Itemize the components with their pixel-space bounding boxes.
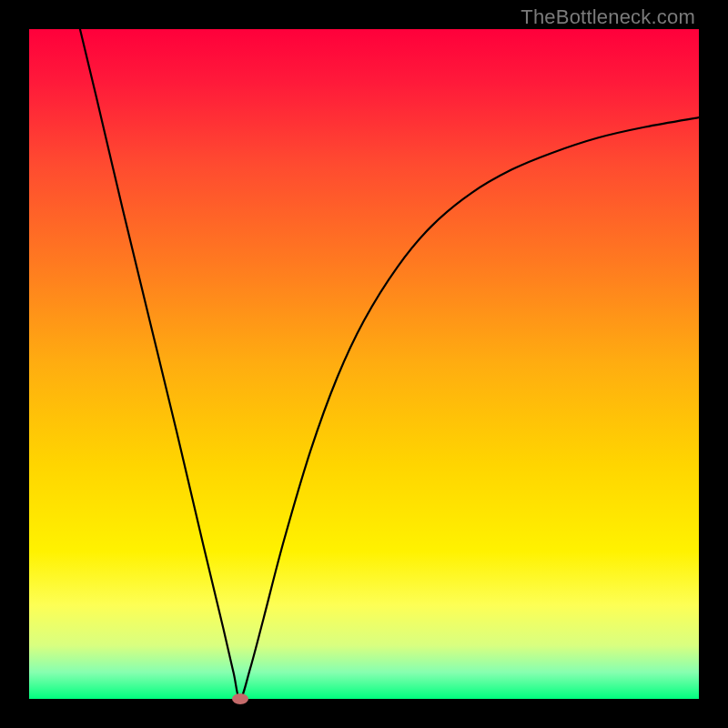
chart-background bbox=[29, 29, 699, 699]
chart-svg bbox=[29, 29, 699, 699]
chart-frame bbox=[29, 29, 699, 699]
watermark-text: TheBottleneck.com bbox=[521, 5, 695, 29]
minimum-marker bbox=[232, 693, 248, 704]
